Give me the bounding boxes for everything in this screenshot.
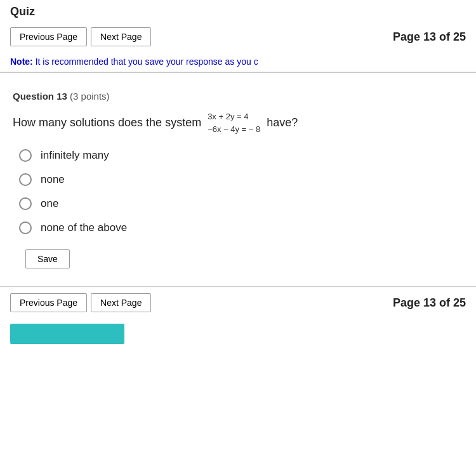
question-points: (3 points) xyxy=(70,91,110,102)
radio-one[interactable] xyxy=(19,197,32,210)
question-text-after: have? xyxy=(267,116,298,129)
bottom-navigation-bar: Previous Page Next Page Page 13 of 25 xyxy=(0,286,476,317)
bottom-next-page-button[interactable]: Next Page xyxy=(91,293,151,312)
note-text: It is recommended that you save your res… xyxy=(33,56,258,67)
option-label-2: one xyxy=(41,197,58,210)
option-label-3: none of the above xyxy=(41,221,127,234)
option-label-0: infinitely many xyxy=(41,149,109,162)
bottom-nav-buttons: Previous Page Next Page xyxy=(10,293,151,312)
bottom-page-info: Page 13 of 25 xyxy=(393,296,466,310)
question-number: Question 13 xyxy=(13,91,67,102)
question-text-before: How many solutions does the system xyxy=(13,116,201,129)
option-one[interactable]: one xyxy=(19,197,463,210)
section-divider xyxy=(0,72,476,73)
top-page-info: Page 13 of 25 xyxy=(393,30,466,44)
answer-options: infinitely many none one none of the abo… xyxy=(13,149,463,234)
equation-line2: −6x − 4y = − 8 xyxy=(208,123,260,136)
top-navigation-bar: Previous Page Next Page Page 13 of 25 xyxy=(0,21,476,51)
bottom-teal-bar xyxy=(10,324,124,344)
note-label: Note: xyxy=(10,56,33,67)
top-prev-page-button[interactable]: Previous Page xyxy=(10,27,87,46)
radio-none[interactable] xyxy=(19,173,32,186)
quiz-title: Quiz xyxy=(0,0,476,21)
option-label-1: none xyxy=(41,173,65,186)
equation-block: 3x + 2y = 4 −6x − 4y = − 8 xyxy=(208,110,260,135)
top-next-page-button[interactable]: Next Page xyxy=(91,27,151,46)
note-bar: Note: It is recommended that you save yo… xyxy=(0,51,476,72)
bottom-prev-page-button[interactable]: Previous Page xyxy=(10,293,87,312)
question-text: How many solutions does the system 3x + … xyxy=(13,110,463,135)
top-nav-buttons: Previous Page Next Page xyxy=(10,27,151,46)
save-button[interactable]: Save xyxy=(25,249,70,268)
radio-none-of-the-above[interactable] xyxy=(19,221,32,234)
option-infinitely-many[interactable]: infinitely many xyxy=(19,149,463,162)
question-section: Question 13 (3 points) How many solution… xyxy=(0,81,476,284)
equation-line1: 3x + 2y = 4 xyxy=(208,110,260,123)
option-none[interactable]: none xyxy=(19,173,463,186)
radio-infinitely-many[interactable] xyxy=(19,149,32,162)
question-header: Question 13 (3 points) xyxy=(13,91,463,102)
option-none-of-the-above[interactable]: none of the above xyxy=(19,221,463,234)
